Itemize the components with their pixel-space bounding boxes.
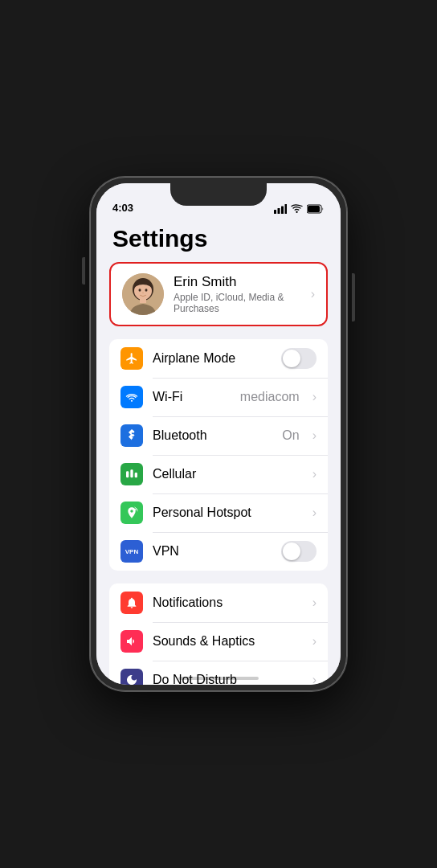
vpn-row[interactable]: VPN VPN xyxy=(109,532,328,571)
vpn-toggle[interactable] xyxy=(281,541,317,562)
wifi-value: mediacom xyxy=(240,390,300,404)
airplane-mode-icon xyxy=(120,347,143,370)
vpn-icon: VPN xyxy=(120,540,143,563)
bluetooth-row[interactable]: Bluetooth On › xyxy=(109,416,328,455)
notifications-chevron: › xyxy=(312,596,317,610)
status-icons xyxy=(274,204,325,214)
notifications-row[interactable]: Notifications › xyxy=(109,583,328,622)
phone-screen: 4:03 xyxy=(96,183,341,685)
wifi-chevron: › xyxy=(312,390,317,404)
svg-rect-12 xyxy=(140,298,146,303)
svg-rect-6 xyxy=(308,206,320,212)
profile-text: Erin Smith Apple ID, iCloud, Media & Pur… xyxy=(174,274,301,314)
bluetooth-icon xyxy=(120,424,143,447)
airplane-mode-row[interactable]: Airplane Mode xyxy=(109,339,328,378)
profile-chevron: › xyxy=(311,287,315,301)
sounds-label: Sounds & Haptics xyxy=(153,634,303,649)
bluetooth-svg xyxy=(127,429,137,442)
notif-svg xyxy=(125,596,138,609)
battery-icon xyxy=(307,204,325,214)
bluetooth-label: Bluetooth xyxy=(153,428,272,443)
avatar xyxy=(122,273,164,315)
wifi-label: Wi-Fi xyxy=(153,390,231,404)
moon-svg xyxy=(125,674,138,685)
airplane-mode-label: Airplane Mode xyxy=(153,351,272,366)
cellular-svg xyxy=(125,468,138,481)
home-indicator[interactable] xyxy=(178,677,259,680)
connectivity-list: Airplane Mode Wi-Fi mediacom › xyxy=(109,339,328,571)
dnd-row[interactable]: Do Not Disturb › xyxy=(109,661,328,685)
svg-point-4 xyxy=(296,211,298,213)
settings-group-notifications: Notifications › Sounds & Haptics › xyxy=(96,583,341,685)
hotspot-label: Personal Hotspot xyxy=(153,506,303,520)
hotspot-chevron: › xyxy=(312,506,317,520)
sound-svg xyxy=(125,635,138,648)
svg-point-11 xyxy=(145,289,148,292)
cellular-label: Cellular xyxy=(153,467,303,481)
settings-scroll[interactable]: Settings xyxy=(96,219,341,685)
notch xyxy=(170,183,267,206)
status-time: 4:03 xyxy=(112,202,133,214)
cellular-icon xyxy=(120,463,143,485)
wifi-svg xyxy=(125,391,138,403)
bluetooth-value: On xyxy=(282,428,299,443)
wifi-status-icon xyxy=(291,204,303,214)
vpn-label: VPN xyxy=(153,544,272,559)
phone-frame: 4:03 xyxy=(90,177,347,691)
svg-point-13 xyxy=(134,509,137,511)
notifications-label: Notifications xyxy=(153,596,303,610)
sounds-chevron: › xyxy=(312,634,317,649)
page-title: Settings xyxy=(96,219,341,262)
bluetooth-chevron: › xyxy=(312,428,317,443)
wifi-row[interactable]: Wi-Fi mediacom › xyxy=(109,378,328,416)
dnd-chevron: › xyxy=(312,673,317,685)
cellular-row[interactable]: Cellular › xyxy=(109,455,328,493)
sounds-icon xyxy=(120,630,143,653)
dnd-icon xyxy=(120,669,143,685)
personal-hotspot-row[interactable]: Personal Hotspot › xyxy=(109,493,328,532)
sounds-row[interactable]: Sounds & Haptics › xyxy=(109,622,328,661)
svg-rect-1 xyxy=(278,208,280,214)
hotspot-icon xyxy=(120,502,143,524)
notifications-list: Notifications › Sounds & Haptics › xyxy=(109,583,328,685)
airplane-svg xyxy=(125,352,138,365)
svg-rect-3 xyxy=(285,204,288,214)
profile-row[interactable]: Erin Smith Apple ID, iCloud, Media & Pur… xyxy=(109,262,328,326)
hotspot-svg xyxy=(125,506,138,519)
svg-point-10 xyxy=(139,289,141,292)
notifications-icon xyxy=(120,592,143,614)
status-bar: 4:03 xyxy=(96,183,341,219)
signal-icon xyxy=(274,204,287,214)
avatar-image xyxy=(122,273,164,315)
wifi-icon xyxy=(120,386,143,408)
svg-rect-0 xyxy=(274,210,276,214)
svg-rect-2 xyxy=(281,207,284,215)
profile-name: Erin Smith xyxy=(174,274,301,290)
settings-group-connectivity: Airplane Mode Wi-Fi mediacom › xyxy=(96,339,341,571)
profile-subtitle: Apple ID, iCloud, Media & Purchases xyxy=(174,292,301,314)
airplane-mode-toggle[interactable] xyxy=(281,348,317,369)
cellular-chevron: › xyxy=(312,467,317,481)
